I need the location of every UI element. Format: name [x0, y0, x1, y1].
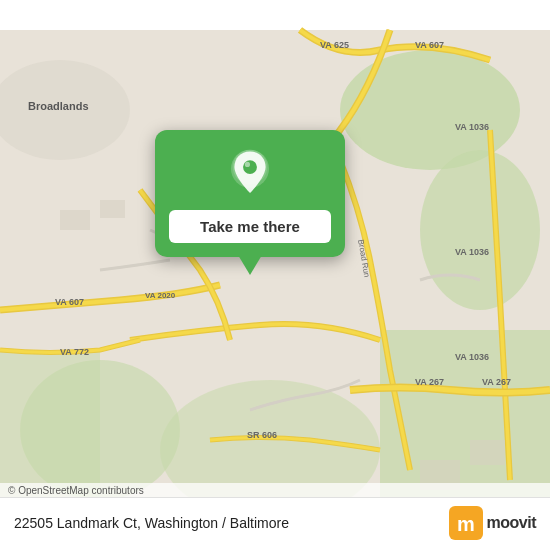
take-me-there-button[interactable]: Take me there — [169, 210, 331, 243]
svg-text:VA 1036: VA 1036 — [455, 352, 489, 362]
svg-text:VA 267: VA 267 — [482, 377, 511, 387]
svg-text:VA 607: VA 607 — [415, 40, 444, 50]
copyright-bar: © OpenStreetMap contributors — [0, 483, 550, 498]
svg-text:VA 1036: VA 1036 — [455, 122, 489, 132]
map-container: VA 625 VA 607 VA 1036 VA 1036 VA 1036 VA… — [0, 0, 550, 550]
moovit-logo: m moovit — [449, 506, 536, 540]
bottom-bar: 22505 Landmark Ct, Washington / Baltimor… — [0, 497, 550, 550]
svg-text:VA 267: VA 267 — [415, 377, 444, 387]
location-pin-icon — [224, 148, 276, 200]
moovit-icon: m — [449, 506, 483, 540]
svg-rect-23 — [100, 200, 125, 218]
svg-text:m: m — [457, 513, 475, 535]
svg-text:VA 772: VA 772 — [60, 347, 89, 357]
svg-point-2 — [420, 150, 540, 310]
location-popup: Take me there — [155, 130, 345, 257]
svg-text:VA 607: VA 607 — [55, 297, 84, 307]
svg-text:Broadlands: Broadlands — [28, 100, 89, 112]
svg-text:VA 1036: VA 1036 — [455, 247, 489, 257]
svg-text:VA 2020: VA 2020 — [145, 291, 176, 300]
address-label: 22505 Landmark Ct, Washington / Baltimor… — [14, 515, 289, 531]
svg-point-29 — [245, 162, 250, 167]
svg-text:VA 625: VA 625 — [320, 40, 349, 50]
copyright-text: © OpenStreetMap contributors — [8, 485, 144, 496]
map-background: VA 625 VA 607 VA 1036 VA 1036 VA 1036 VA… — [0, 0, 550, 550]
moovit-wordmark: moovit — [487, 514, 536, 532]
svg-point-28 — [243, 160, 257, 174]
svg-rect-22 — [60, 210, 90, 230]
svg-rect-25 — [470, 440, 505, 465]
svg-text:SR 606: SR 606 — [247, 430, 277, 440]
